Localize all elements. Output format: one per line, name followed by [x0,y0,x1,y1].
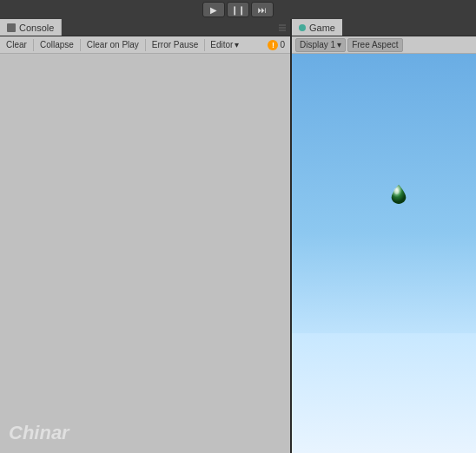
display-dropdown[interactable]: Display 1 ▾ [295,38,346,52]
divider-2 [80,39,81,51]
clear-button[interactable]: Clear [2,38,31,52]
game-tab-bar: Game [292,19,476,36]
step-button[interactable]: ⏭ [251,2,274,17]
console-status: ! 0 [268,40,288,50]
watermark-text: Chinar [9,422,69,444]
panels-container: Console Clear Collapse Clear on Play Err… [0,19,476,453]
console-tab-bar: Console [0,19,290,36]
pause-button[interactable]: ❙❙ [227,2,249,17]
game-panel: Game Display 1 ▾ Free Aspect [292,19,476,453]
gem-object [390,183,407,204]
display-dropdown-arrow: ▾ [337,40,341,49]
divider-4 [204,39,205,51]
game-tab-icon [299,24,306,31]
display-label: Display 1 [300,40,335,49]
aspect-label: Free Aspect [352,40,398,49]
editor-dropdown-label: Editor [210,40,233,49]
gem-svg [390,183,407,204]
error-count: 0 [280,40,285,49]
game-tab-label: Game [309,23,335,33]
console-content: Chinar [0,54,290,453]
warning-icon: ! [268,40,278,50]
sky-background [292,54,476,353]
editor-dropdown[interactable]: Editor ▾ [207,38,242,52]
tab-menu-icon[interactable] [274,19,290,36]
console-tab-label: Console [19,23,54,33]
game-view [292,54,476,453]
console-panel: Console Clear Collapse Clear on Play Err… [0,19,292,453]
game-toolbar: Display 1 ▾ Free Aspect [292,36,476,54]
main-toolbar: ▶ ❙❙ ⏭ [0,0,476,19]
ground-background [292,333,476,453]
divider-3 [145,39,146,51]
clear-on-play-button[interactable]: Clear on Play [83,38,143,52]
error-pause-button[interactable]: Error Pause [148,38,202,52]
console-tab-icon [7,23,16,32]
divider-1 [33,39,34,51]
console-tab[interactable]: Console [0,19,62,36]
aspect-dropdown[interactable]: Free Aspect [347,38,402,52]
play-button[interactable]: ▶ [202,2,225,17]
collapse-button[interactable]: Collapse [36,38,78,52]
console-toolbar: Clear Collapse Clear on Play Error Pause… [0,36,290,54]
editor-dropdown-arrow: ▾ [235,40,239,49]
game-tab[interactable]: Game [292,19,342,36]
